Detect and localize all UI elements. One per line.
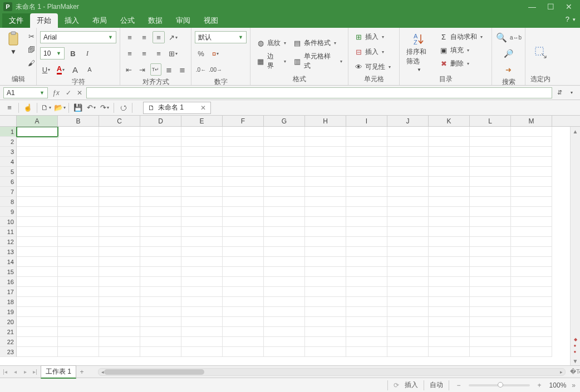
cell-A5[interactable] xyxy=(17,167,58,177)
column-header-L[interactable]: L xyxy=(470,116,511,126)
visibility-button[interactable]: 👁可见性▾ xyxy=(352,60,396,73)
cell-J12[interactable] xyxy=(387,237,429,247)
cell-K22[interactable] xyxy=(429,337,470,347)
cell-I18[interactable] xyxy=(346,297,387,307)
cell-F15[interactable] xyxy=(223,267,264,277)
align-distribute-button[interactable]: ≣ xyxy=(176,63,188,76)
cell-J8[interactable] xyxy=(387,197,429,207)
cell-M12[interactable] xyxy=(511,237,552,247)
cell-G12[interactable] xyxy=(264,237,305,247)
bold-button[interactable]: B xyxy=(67,47,79,59)
cell-G23[interactable] xyxy=(264,347,305,357)
cell-K16[interactable] xyxy=(429,277,470,287)
conditional-format-button[interactable]: ▤条件格式▾ xyxy=(291,36,338,49)
cell-I17[interactable] xyxy=(346,287,387,297)
cell-D6[interactable] xyxy=(140,177,181,187)
row-header-19[interactable]: 19 xyxy=(0,307,17,317)
cell-L2[interactable] xyxy=(470,137,511,147)
cell-D1[interactable] xyxy=(140,127,181,137)
cell-F3[interactable] xyxy=(223,147,264,157)
cell-M19[interactable] xyxy=(511,307,552,317)
cell-D18[interactable] xyxy=(140,297,181,307)
cell-H12[interactable] xyxy=(305,237,346,247)
cell-E21[interactable] xyxy=(181,327,223,337)
cell-A17[interactable] xyxy=(17,287,58,297)
row-header-18[interactable]: 18 xyxy=(0,297,17,307)
cell-K6[interactable] xyxy=(429,177,470,187)
cell-J19[interactable] xyxy=(387,307,429,317)
cell-G5[interactable] xyxy=(264,167,305,177)
redo-button[interactable]: ↷▾ xyxy=(99,102,111,114)
copy-button[interactable]: 🗐 xyxy=(25,43,37,56)
cell-M10[interactable] xyxy=(511,217,552,227)
cell-D22[interactable] xyxy=(140,337,181,347)
cell-D7[interactable] xyxy=(140,187,181,197)
cell-F12[interactable] xyxy=(223,237,264,247)
cell-L23[interactable] xyxy=(470,347,511,357)
cell-C4[interactable] xyxy=(99,157,140,167)
cell-D21[interactable] xyxy=(140,327,181,337)
cell-G10[interactable] xyxy=(264,217,305,227)
autosum-button[interactable]: Σ自动求和▾ xyxy=(437,30,485,43)
cell-D14[interactable] xyxy=(140,257,181,267)
cell-L15[interactable] xyxy=(470,267,511,277)
cell-K17[interactable] xyxy=(429,287,470,297)
formula-input[interactable] xyxy=(86,87,552,98)
column-header-C[interactable]: C xyxy=(99,116,140,126)
expand-formula-caret[interactable]: ▾ xyxy=(567,88,577,98)
cell-J16[interactable] xyxy=(387,277,429,287)
cell-G8[interactable] xyxy=(264,197,305,207)
cell-F9[interactable] xyxy=(223,207,264,217)
cell-E12[interactable] xyxy=(181,237,223,247)
font-size-select[interactable]: 10▼ xyxy=(40,47,65,59)
cell-L21[interactable] xyxy=(470,327,511,337)
cell-D13[interactable] xyxy=(140,247,181,257)
cell-B16[interactable] xyxy=(58,277,99,287)
cell-H5[interactable] xyxy=(305,167,346,177)
cell-M20[interactable] xyxy=(511,317,552,327)
row-header-17[interactable]: 17 xyxy=(0,287,17,297)
cell-G22[interactable] xyxy=(264,337,305,347)
tab-view[interactable]: 视图 xyxy=(197,13,225,28)
cell-D3[interactable] xyxy=(140,147,181,157)
row-header-20[interactable]: 20 xyxy=(0,317,17,327)
cell-D12[interactable] xyxy=(140,237,181,247)
cells-insert-row-button[interactable]: ⊞插入▾ xyxy=(352,30,396,43)
cell-L11[interactable] xyxy=(470,227,511,237)
cell-C3[interactable] xyxy=(99,147,140,157)
cell-M1[interactable] xyxy=(511,127,552,137)
cell-M3[interactable] xyxy=(511,147,552,157)
cell-H23[interactable] xyxy=(305,347,346,357)
cell-E5[interactable] xyxy=(181,167,223,177)
border-button[interactable]: ▦边界▾ xyxy=(254,54,288,68)
row-header-16[interactable]: 16 xyxy=(0,277,17,287)
cell-B2[interactable] xyxy=(58,137,99,147)
cell-H20[interactable] xyxy=(305,317,346,327)
cell-L16[interactable] xyxy=(470,277,511,287)
cell-C5[interactable] xyxy=(99,167,140,177)
cell-K18[interactable] xyxy=(429,297,470,307)
cell-G20[interactable] xyxy=(264,317,305,327)
column-header-M[interactable]: M xyxy=(511,116,552,126)
cell-A18[interactable] xyxy=(17,297,58,307)
cell-F21[interactable] xyxy=(223,327,264,337)
cell-I23[interactable] xyxy=(346,347,387,357)
cell-D8[interactable] xyxy=(140,197,181,207)
cell-A1[interactable] xyxy=(17,127,58,137)
cell-J17[interactable] xyxy=(387,287,429,297)
help-button[interactable]: ? xyxy=(566,15,569,23)
cell-D20[interactable] xyxy=(140,317,181,327)
fill-button[interactable]: ▣填充▾ xyxy=(437,43,485,57)
tab-formula[interactable]: 公式 xyxy=(114,13,141,28)
goto-button[interactable]: ➜ xyxy=(503,63,515,76)
column-header-H[interactable]: H xyxy=(305,116,346,126)
cell-M14[interactable] xyxy=(511,257,552,267)
cell-C14[interactable] xyxy=(99,257,140,267)
accept-button[interactable]: ✓ xyxy=(64,89,73,97)
open-button[interactable]: 📂▾ xyxy=(53,102,66,114)
font-color-button[interactable]: A▾ xyxy=(55,63,67,76)
cell-M23[interactable] xyxy=(511,347,552,357)
cell-E3[interactable] xyxy=(181,147,223,157)
hscroll-right[interactable]: ▸ xyxy=(557,369,565,375)
cell-K1[interactable] xyxy=(429,127,470,137)
